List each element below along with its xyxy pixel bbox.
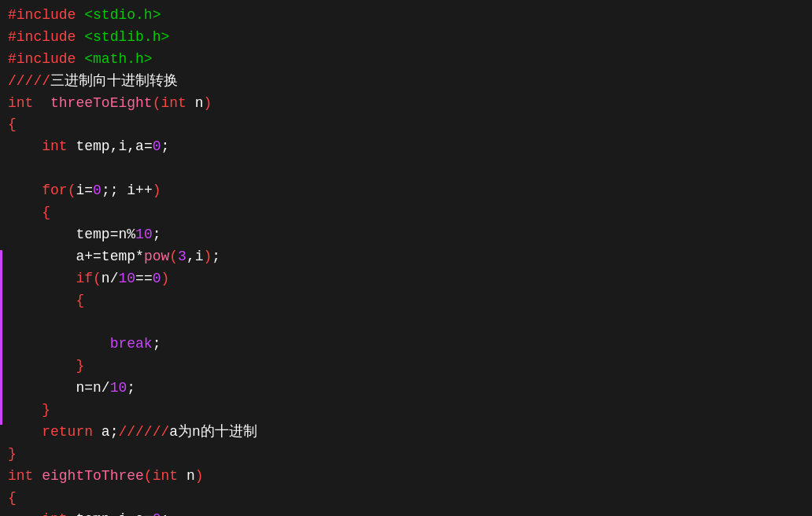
if-paren-open: (	[93, 271, 102, 286]
code-line-3: #include <math.h>	[8, 49, 804, 71]
pow-func: pow	[144, 249, 169, 264]
for-keyword: for	[42, 182, 67, 198]
eq-op: =	[144, 138, 153, 154]
semi-return: ;	[110, 424, 119, 440]
for-brace-open: {	[42, 205, 50, 220]
comment-slashes: /////	[8, 73, 50, 89]
code-line-6: {	[8, 114, 804, 136]
paren2-close: )	[195, 468, 204, 484]
return-comment-zh: a为n的十进制	[169, 424, 257, 440]
if-n: n	[102, 271, 110, 286]
for-var-i: i	[76, 182, 84, 198]
n-eq: =	[84, 380, 93, 396]
comma3: ,	[110, 511, 119, 516]
mul-op: *	[135, 249, 144, 264]
semi-a: ;	[212, 249, 220, 264]
func-brace-close: }	[8, 446, 17, 462]
n-div-n: n	[93, 380, 102, 396]
assign-eq: =	[110, 227, 119, 242]
n-assign: n	[76, 380, 84, 396]
return-type: int	[8, 95, 33, 111]
code-line-19: }	[8, 400, 804, 422]
var-temp-2: temp	[76, 511, 109, 516]
n-var: n	[118, 227, 127, 242]
for-eq: =	[84, 182, 93, 198]
code-line-5: int threeToEight(int n)	[8, 93, 804, 115]
div-op: /	[110, 271, 119, 286]
code-line-17: }	[8, 356, 804, 378]
code-line-15	[8, 311, 804, 334]
code-line-9: for(i=0;; i++)	[8, 180, 804, 202]
code-line-2: #include <stdlib.h>	[8, 27, 804, 49]
code-line-22: int eightToThree(int n)	[8, 466, 804, 488]
comma4: ,	[127, 511, 135, 516]
paren-open: (	[153, 95, 161, 111]
if-ten: 10	[118, 271, 135, 286]
func2-brace-open: {	[8, 490, 17, 506]
return-comment-slashes: //////	[118, 424, 169, 440]
param-type-int: int	[161, 95, 186, 111]
code-line-20: return a;//////a为n的十进制	[8, 422, 804, 444]
semi-break: ;	[153, 336, 161, 352]
for-zero: 0	[93, 182, 102, 198]
code-editor: #include <stdio.h> #include <stdlib.h> #…	[0, 0, 812, 516]
for-inc-i: i	[127, 182, 135, 198]
include-keyword-3: #include	[8, 51, 76, 67]
include-keyword: #include	[8, 7, 76, 23]
code-line-12: a+=temp*pow(3,i);	[8, 246, 804, 268]
for-semi1: ;;	[102, 182, 119, 198]
code-line-10: {	[8, 202, 804, 224]
temp-var: temp	[102, 249, 135, 264]
semi-temp: ;	[153, 227, 161, 242]
zero-val: 0	[153, 138, 161, 154]
ten-val: 10	[135, 227, 153, 242]
code-line-24: int temp,i,a=0;	[8, 509, 804, 516]
semi1: ;	[161, 138, 170, 154]
if-zero: 0	[153, 271, 161, 286]
n-div: /	[102, 380, 110, 396]
paren2-open: (	[144, 468, 153, 484]
mod-op: %	[127, 227, 135, 242]
param-n: n	[195, 95, 204, 111]
pow-i: i	[195, 249, 204, 264]
code-line-8	[8, 158, 804, 180]
code-line-4: /////三进制向十进制转换	[8, 71, 804, 93]
plus-eq: +=	[84, 249, 102, 264]
if-brace-open: {	[76, 293, 84, 308]
param2-type: int	[153, 468, 178, 484]
semi-n: ;	[127, 380, 135, 396]
func-name-threeToEight: threeToEight	[50, 95, 153, 111]
var-decl-type-2: int	[42, 511, 67, 516]
code-line-1: #include <stdio.h>	[8, 5, 804, 27]
for-paren-close: )	[153, 182, 161, 198]
pow-comma: ,	[186, 249, 195, 264]
comma2: ,	[127, 138, 135, 154]
code-line-7: int temp,i,a=0;	[8, 136, 804, 158]
eq-op-2: =	[144, 511, 153, 516]
code-line-23: {	[8, 488, 804, 510]
break-keyword: break	[110, 336, 153, 352]
param2-n: n	[186, 468, 195, 484]
semi2: ;	[161, 511, 170, 516]
code-line-18: n=n/10;	[8, 378, 804, 400]
pow-paren-close: )	[204, 249, 212, 264]
pow-paren-open: (	[169, 249, 178, 264]
left-accent-bar	[0, 250, 2, 425]
include-header-3: <math.h>	[84, 51, 152, 67]
include-header-2: <stdlib.h>	[84, 29, 169, 45]
var-i: i	[118, 138, 127, 154]
comment-text-zh: 三进制向十进制转换	[50, 73, 178, 89]
code-line-13: if(n/10==0)	[8, 268, 804, 290]
var-decl-type: int	[42, 138, 67, 154]
if-paren-close: )	[161, 271, 170, 286]
zero-val-2: 0	[153, 511, 161, 516]
n-ten: 10	[110, 380, 127, 396]
return-type-2: int	[8, 468, 33, 484]
return-keyword: return	[42, 424, 93, 440]
code-line-14: {	[8, 290, 804, 312]
code-line-21: }	[8, 444, 804, 466]
var-a: a	[135, 138, 144, 154]
paren-close: )	[203, 95, 212, 111]
return-a: a	[102, 424, 110, 440]
code-line-11: temp=n%10;	[8, 224, 804, 246]
